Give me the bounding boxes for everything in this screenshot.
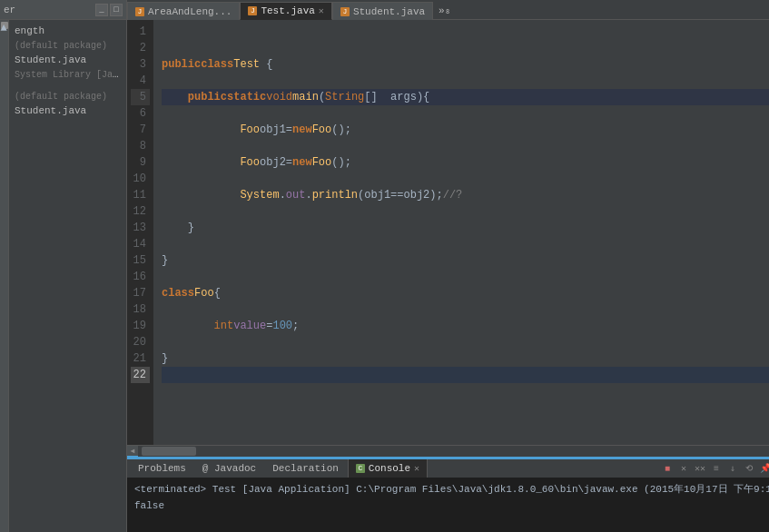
tab-icon-areaandleng: J (135, 7, 144, 16)
sidebar-scrollbar: ▲ (0, 20, 9, 532)
code-line-6 (162, 105, 769, 122)
line-num-1: 1 (131, 24, 150, 40)
sidebar-header: er _ □ (0, 0, 126, 20)
code-line-4 (162, 73, 769, 89)
line-num-10: 10 (131, 171, 150, 187)
line-num-18: 18 (131, 301, 150, 318)
console-clear-btn[interactable]: ≡ (709, 461, 724, 476)
code-line-5: public static void main(String[] args){ (162, 89, 769, 105)
code-line-2 (162, 40, 769, 56)
tab-close-testjava[interactable]: ✕ (319, 5, 324, 16)
console-stop-btn[interactable]: ■ (660, 461, 675, 476)
tab-label-areaandleng: AreaAndLeng... (148, 6, 232, 17)
code-line-11: System.out.println(obj1==obj2);//? (162, 187, 769, 203)
sidebar-item-length[interactable]: ength (11, 24, 124, 38)
line-num-17: 17 (131, 285, 150, 301)
code-line-17: class Foo{ (162, 285, 769, 301)
tab-icon-testjava: J (248, 6, 257, 15)
editor-and-console: 1 2 3 4 5 6 7 8 9 10 11 12 13 14 (127, 20, 769, 532)
line-num-14: 14 (131, 236, 150, 252)
code-line-19: int value=100; (162, 318, 769, 334)
editor-inner: 1 2 3 4 5 6 7 8 9 10 11 12 13 14 (127, 20, 769, 445)
line-num-2: 2 (131, 40, 150, 56)
line-num-9: 9 (131, 154, 150, 171)
line-num-20: 20 (131, 334, 150, 350)
line-num-5: 5 (131, 89, 150, 105)
code-line-22 (162, 367, 769, 383)
tab-areaandleng[interactable]: J AreaAndLeng... (127, 2, 240, 20)
code-line-14 (162, 236, 769, 252)
tab-problems[interactable]: Problems (131, 459, 193, 478)
tab-javadoc[interactable]: @ Javadoc (195, 459, 263, 478)
line-num-12: 12 (131, 203, 150, 220)
line-numbers: 1 2 3 4 5 6 7 8 9 10 11 12 13 14 (127, 20, 154, 445)
hscroll-track[interactable] (138, 446, 769, 457)
line-num-16: 16 (131, 269, 150, 285)
sidebar-content: ength (default package) Student.java Sys… (9, 20, 126, 532)
sidebar-item-lib[interactable]: System Library [JavaSE-1 (11, 67, 124, 82)
line-num-21: 21 (131, 350, 150, 367)
code-line-20 (162, 334, 769, 350)
line-num-4: 4 (131, 73, 150, 89)
console-output: <terminated> Test [Java Application] C:\… (127, 478, 769, 532)
hscroll-thumb[interactable] (142, 447, 196, 456)
line-num-22: 22 (131, 367, 150, 383)
console-word-wrap-btn[interactable]: ⟲ (742, 461, 756, 476)
line-num-11: 11 (131, 187, 150, 203)
code-line-15: } (162, 252, 769, 269)
code-line-1 (162, 24, 769, 40)
tab-problems-label: Problems (138, 463, 186, 474)
console-toolbar: ■ ✕ ✕✕ ≡ ⇓ ⟲ 📌 ⊞ ▼ (660, 461, 769, 476)
sidebar-item-student2[interactable]: Student.java (11, 103, 124, 118)
line-num-7: 7 (131, 122, 150, 138)
line-num-15: 15 (131, 252, 150, 269)
bottom-panel: Problems @ Javadoc Declaration C Console… (127, 456, 769, 532)
editor-section: 1 2 3 4 5 6 7 8 9 10 11 12 13 14 (127, 20, 769, 456)
tab-label-testjava: Test.java (261, 5, 314, 16)
sidebar-controls: _ □ (95, 4, 123, 16)
sidebar-item-student1[interactable]: Student.java (11, 53, 124, 67)
editor-wrapper: J AreaAndLeng... J Test.java ✕ J Student… (127, 0, 769, 532)
sidebar-minimize-btn[interactable]: _ (95, 4, 108, 16)
console-line-1: <terminated> Test [Java Application] C:\… (134, 481, 769, 498)
tab-console-label: Console (369, 463, 410, 474)
hscroll-left-btn[interactable]: ◀ (127, 446, 138, 457)
line-num-13: 13 (131, 220, 150, 236)
tab-declaration-label: Declaration (272, 463, 339, 474)
code-line-10 (162, 171, 769, 187)
tab-label-studentjava: Student.java (353, 6, 425, 17)
sidebar-title: er (4, 5, 15, 15)
console-pin-btn[interactable]: 📌 (758, 461, 769, 476)
line-num-19: 19 (131, 318, 150, 334)
code-line-12 (162, 203, 769, 220)
tab-icon-studentjava: J (340, 7, 350, 16)
console-remove-btn[interactable]: ✕✕ (693, 461, 707, 476)
console-scroll-lock-btn[interactable]: ⇓ (725, 461, 740, 476)
tab-studentjava[interactable]: J Student.java (332, 2, 433, 20)
tab-declaration[interactable]: Declaration (265, 459, 346, 478)
code-line-16 (162, 269, 769, 285)
console-terminate-btn[interactable]: ✕ (676, 461, 691, 476)
code-editor[interactable]: public class Test { public static void m… (154, 20, 769, 445)
tab-javadoc-label: @ Javadoc (202, 463, 256, 474)
tab-testjava[interactable]: J Test.java ✕ (240, 2, 331, 20)
sidebar-maximize-btn[interactable]: □ (110, 4, 123, 16)
console-line-2: false (134, 498, 769, 514)
line-num-6: 6 (131, 105, 150, 122)
sidebar-item-default-pkg1[interactable]: (default package) (11, 38, 124, 53)
scroll-up-arrow[interactable]: ▲ (1, 22, 8, 29)
code-line-8 (162, 138, 769, 154)
code-line-21: } (162, 350, 769, 367)
editor-hscrollbar: ◀ ▶ (127, 445, 769, 456)
tab-overflow[interactable]: »₈ (433, 1, 456, 19)
sidebar-item-default-pkg2[interactable]: (default package) (11, 89, 124, 103)
code-line-7: Foo obj1=new Foo(); (162, 122, 769, 138)
editor-tabs: J AreaAndLeng... J Test.java ✕ J Student… (127, 0, 769, 20)
tab-console-close[interactable]: ✕ (414, 463, 419, 474)
line-num-3: 3 (131, 56, 150, 73)
bottom-tabs: Problems @ Javadoc Declaration C Console… (127, 458, 769, 478)
code-line-18 (162, 301, 769, 318)
sidebar: er _ □ ▲ ength (default package) Student… (0, 0, 127, 532)
tab-console[interactable]: C Console ✕ (348, 459, 428, 478)
code-line-9: Foo obj2=new Foo(); (162, 154, 769, 171)
